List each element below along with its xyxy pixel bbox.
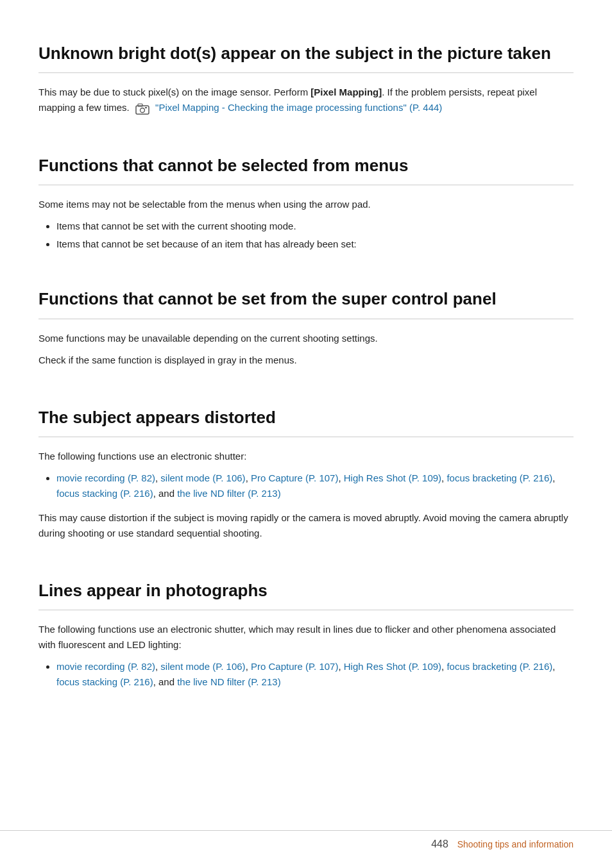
section-lines-list: movie recording (P. 82), silent mode (P.… — [56, 659, 574, 690]
lines-link-focus-stacking[interactable]: focus stacking (P. 216) — [56, 676, 153, 687]
section-bright-dot-divider — [38, 72, 574, 73]
lines-link-movie[interactable]: movie recording (P. 82) — [56, 661, 155, 672]
section-lines-divider — [38, 610, 574, 610]
section-menus-intro: Some items may not be selectable from th… — [38, 197, 574, 212]
list-item: Items that cannot be set because of an i… — [56, 237, 574, 252]
section-lines-title: Lines appear in photographs — [38, 581, 574, 601]
distorted-link-livend[interactable]: the live ND filter (P. 213) — [177, 488, 280, 499]
section-super-control-divider — [38, 319, 574, 319]
bright-dot-bold: [Pixel Mapping] — [310, 87, 382, 97]
section-distorted-title: The subject appears distorted — [38, 408, 574, 428]
section-super-control-title: Functions that cannot be set from the su… — [38, 289, 574, 309]
distorted-link-movie[interactable]: movie recording (P. 82) — [56, 472, 155, 483]
distorted-and: and — [158, 488, 177, 499]
distorted-link-focus-stacking[interactable]: focus stacking (P. 216) — [56, 488, 153, 499]
page: Unknown bright dot(s) appear on the subj… — [0, 0, 612, 868]
section-distorted-list: movie recording (P. 82), silent mode (P.… — [56, 471, 574, 501]
section-menus: Functions that cannot be selected from m… — [38, 156, 574, 252]
svg-point-2 — [140, 108, 144, 113]
section-menus-divider — [38, 185, 574, 185]
svg-rect-3 — [145, 107, 147, 108]
lines-link-silent[interactable]: silent mode (P. 106) — [160, 661, 245, 672]
bright-dot-text-before: This may be due to stuck pixel(s) on the… — [38, 87, 310, 97]
distorted-link-pro[interactable]: Pro Capture (P. 107) — [251, 472, 338, 483]
lines-link-focus-bracketing[interactable]: focus bracketing (P. 216) — [446, 661, 552, 672]
section-super-control: Functions that cannot be set from the su… — [38, 289, 574, 367]
list-item: Items that cannot be set with the curren… — [56, 219, 574, 234]
section-lines-intro: The following functions use an electroni… — [38, 622, 574, 653]
section-menus-list: Items that cannot be set with the curren… — [56, 219, 574, 252]
section-bright-dot-title: Unknown bright dot(s) appear on the subj… — [38, 44, 574, 63]
section-bright-dot-body: This may be due to stuck pixel(s) on the… — [38, 85, 574, 116]
section-menus-title: Functions that cannot be selected from m… — [38, 156, 574, 176]
section-distorted-intro: The following functions use an electroni… — [38, 449, 574, 464]
distorted-link-silent[interactable]: silent mode (P. 106) — [160, 472, 245, 483]
section-distorted-divider — [38, 437, 574, 437]
section-lines: Lines appear in photographs The followin… — [38, 581, 574, 690]
distorted-link-focus-bracketing[interactable]: focus bracketing (P. 216) — [446, 472, 552, 483]
section-distorted-body-after: This may cause distortion if the subject… — [38, 510, 574, 541]
list-item: movie recording (P. 82), silent mode (P.… — [56, 659, 574, 690]
section-distorted: The subject appears distorted The follow… — [38, 408, 574, 541]
section-bright-dot: Unknown bright dot(s) appear on the subj… — [38, 44, 574, 116]
pixel-mapping-link[interactable]: "Pixel Mapping - Checking the image proc… — [155, 102, 442, 113]
section-super-control-body1: Some functions may be unavailable depend… — [38, 331, 574, 346]
lines-link-livend[interactable]: the live ND filter (P. 213) — [177, 676, 280, 687]
lines-and: and — [158, 676, 177, 687]
page-footer: 448 Shooting tips and information — [0, 830, 612, 850]
list-item: movie recording (P. 82), silent mode (P.… — [56, 471, 574, 501]
lines-link-pro[interactable]: Pro Capture (P. 107) — [251, 661, 338, 672]
manual-reference-icon — [133, 101, 151, 116]
footer-section-label: Shooting tips and information — [457, 839, 574, 849]
section-super-control-body2: Check if the same function is displayed … — [38, 353, 574, 368]
distorted-link-highres[interactable]: High Res Shot (P. 109) — [344, 472, 441, 483]
lines-link-highres[interactable]: High Res Shot (P. 109) — [344, 661, 441, 672]
